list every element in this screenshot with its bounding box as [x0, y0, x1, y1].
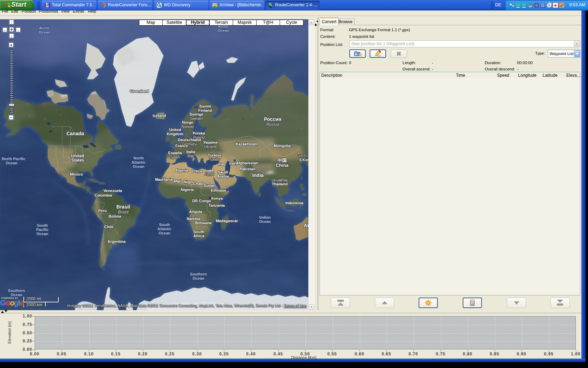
svg-text:Atlantic: Atlantic [158, 227, 172, 231]
svg-text:Iceland: Iceland [153, 114, 166, 118]
svg-text:Ocean: Ocean [36, 232, 48, 236]
svg-text:Turkey: Turkey [209, 157, 220, 162]
svg-text:S Kor: S Kor [299, 158, 308, 162]
svg-text:38°: 38° [516, 3, 521, 7]
svg-text:España: España [168, 151, 182, 155]
svg-text:Afghanistan: Afghanistan [236, 161, 258, 165]
svg-text:Ocean: Ocean [159, 231, 170, 235]
svg-text:Suomi: Suomi [199, 104, 211, 108]
svg-text:Iran: Iran [229, 161, 236, 165]
svg-text:Kingdom: Kingdom [167, 132, 183, 136]
svg-text:Chile: Chile [104, 225, 114, 229]
svg-text:Angola: Angola [189, 210, 202, 214]
svg-text:States: States [71, 158, 84, 163]
svg-text:Colombia: Colombia [94, 193, 112, 197]
svg-text:Sudan: Sudan [203, 183, 215, 188]
svg-text:대한민국: 대한민국 [298, 154, 308, 158]
svg-text:Ocean: Ocean [6, 161, 18, 165]
svg-text:Deutschland: Deutschland [178, 138, 201, 142]
svg-text:South: South [159, 223, 170, 227]
svg-text:Ukraine: Ukraine [204, 144, 217, 149]
svg-text:Ocean: Ocean [217, 28, 229, 33]
svg-text:Pacific: Pacific [36, 227, 48, 232]
svg-text:Italy: Italy [187, 154, 194, 158]
svg-text:Ocean: Ocean [133, 164, 145, 169]
svg-text:Ocean: Ocean [192, 276, 204, 280]
svg-text:Atlantic: Atlantic [132, 160, 146, 164]
svg-text:India: India [252, 172, 264, 178]
svg-text:Mali: Mali [174, 179, 181, 183]
svg-text:South: South [193, 230, 204, 234]
svg-text:Iraq: Iraq [218, 162, 225, 166]
svg-text:Madagascar: Madagascar [216, 219, 238, 223]
svg-text:Namibia: Namibia [187, 217, 201, 221]
svg-text:Venezuela: Venezuela [103, 189, 122, 193]
svg-text:Libya: Libya [192, 169, 203, 173]
svg-text:DR Congo: DR Congo [192, 199, 211, 203]
svg-text:Norge: Norge [182, 120, 193, 124]
svg-text:Africa: Africa [193, 234, 204, 238]
svg-text:Mauritania: Mauritania [155, 178, 173, 182]
svg-text:Egypt: Egypt [205, 172, 215, 176]
svg-text:Botswana: Botswana [195, 221, 212, 225]
svg-text:Nigeria: Nigeria [181, 188, 194, 192]
svg-text:Argentina: Argentina [107, 239, 126, 244]
svg-text:Polska: Polska [192, 131, 205, 135]
svg-text:Brasil: Brasil [117, 204, 130, 210]
svg-text:Arctic: Arctic [39, 26, 50, 30]
svg-text:Україна: Україна [203, 140, 218, 144]
svg-text:Algeria: Algeria [175, 168, 188, 172]
svg-text:Southern: Southern [8, 288, 25, 293]
svg-text:Ocean: Ocean [259, 219, 271, 224]
svg-text:Arabia: Arabia [217, 174, 229, 178]
svg-text:Russia: Russia [266, 122, 279, 127]
svg-text:Brazil: Brazil [118, 210, 128, 214]
svg-text:Indonesia: Indonesia [285, 201, 303, 205]
svg-text:China: China [276, 163, 289, 168]
svg-text:Россия: Россия [264, 116, 281, 122]
svg-text:Pakistan: Pakistan [239, 167, 255, 171]
svg-text:Bolivia: Bolivia [108, 214, 121, 218]
svg-text:Italia: Italia [186, 150, 195, 154]
svg-text:Sverige: Sverige [189, 112, 203, 116]
svg-text:Ethiopia: Ethiopia [211, 188, 226, 192]
svg-text:Indian: Indian [259, 215, 271, 219]
svg-text:United: United [169, 128, 181, 132]
svg-text:Perú: Perú [98, 209, 107, 213]
svg-text:Southern: Southern [190, 272, 207, 276]
svg-text:Au: Au [304, 223, 308, 228]
svg-text:Thailand: Thailand [272, 182, 287, 186]
svg-text:Mongolia: Mongolia [274, 144, 291, 148]
svg-text:Ocean: Ocean [10, 293, 22, 297]
svg-text:France: France [175, 144, 188, 148]
svg-text:Ocean: Ocean [38, 30, 50, 34]
svg-text:Canada: Canada [66, 131, 84, 136]
svg-text:North: North [133, 156, 144, 160]
svg-text:Norway: Norway [181, 124, 194, 129]
svg-text:Türkiye: Türkiye [208, 153, 221, 157]
svg-text:Niger: Niger [184, 180, 194, 184]
svg-text:Kenya: Kenya [211, 196, 223, 200]
svg-text:36°: 36° [522, 3, 527, 7]
svg-text:México: México [70, 172, 83, 176]
svg-text:Greenland: Greenland [130, 89, 149, 93]
svg-text:Kazakhstan: Kazakhstan [236, 142, 257, 146]
svg-text:中国: 中国 [278, 158, 287, 163]
svg-text:Spain: Spain [170, 155, 180, 159]
svg-text:Tanzania: Tanzania [209, 203, 225, 207]
svg-text:South: South [37, 223, 48, 227]
svg-text:Chad: Chad [193, 182, 203, 186]
svg-text:North Pacific: North Pacific [2, 157, 26, 161]
svg-text:Saudi: Saudi [218, 170, 228, 174]
